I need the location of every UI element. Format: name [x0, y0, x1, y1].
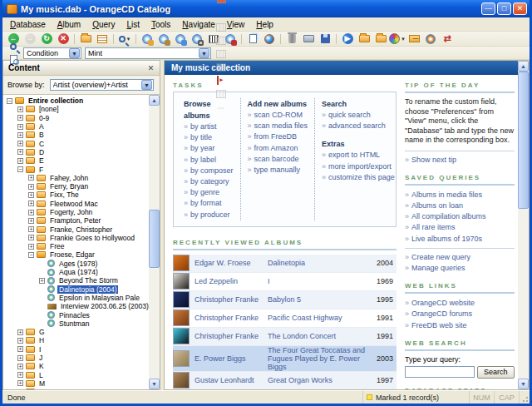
folder-contents-button[interactable]	[372, 32, 389, 46]
album-title-link[interactable]: Great Organ Works	[268, 376, 370, 384]
tree-expander-icon[interactable]: +	[17, 346, 23, 352]
menu-query[interactable]: Query	[86, 19, 121, 30]
tree-item[interactable]: +C	[5, 139, 149, 147]
track-list-button[interactable]	[94, 32, 111, 46]
task-link-by-artist[interactable]: »by artist	[184, 121, 234, 132]
task-link-scan-barcode[interactable]: »scan barcode	[248, 154, 308, 165]
album-title-link[interactable]: I	[268, 277, 370, 285]
main-scroll-up-icon[interactable]: ▲	[518, 61, 529, 72]
orangecd-button[interactable]	[422, 32, 439, 46]
tree-item[interactable]: +Ferry, Bryan	[5, 182, 149, 191]
album-row[interactable]: Christopher FrankeThe London Concert1991	[173, 328, 397, 346]
tree-expander-icon[interactable]: +	[17, 158, 23, 164]
tree-expander-icon[interactable]: +	[17, 329, 23, 335]
filter-field-combobox[interactable]: Condition ▼	[23, 47, 81, 59]
tree-item[interactable]: +Free	[5, 242, 149, 250]
tree-scroll-up-icon[interactable]: ▲	[149, 95, 160, 106]
album-title-link[interactable]: The London Concert	[268, 332, 370, 340]
task-link-more-import-export[interactable]: »more import/export	[322, 161, 395, 172]
tree-item[interactable]: Aqua (1974)	[5, 268, 149, 276]
web-link-orangecd-forums[interactable]: »OrangeCD forums	[405, 309, 515, 319]
menu-list[interactable]: List	[121, 19, 145, 30]
tree-expander-icon[interactable]: +	[28, 226, 34, 232]
resize-grip[interactable]	[520, 391, 530, 404]
tree-expander-icon[interactable]: +	[17, 380, 23, 386]
play-button[interactable]: ▶	[339, 32, 356, 46]
saved-query-live-albums-of-1970s[interactable]: »Live albums of 1970s	[405, 234, 515, 245]
album-title-link[interactable]: The Four Great Toccatas and Fugues Playe…	[268, 346, 370, 371]
main-scroll-track[interactable]	[518, 72, 529, 379]
sort-order-button[interactable]	[213, 0, 229, 6]
tree-item[interactable]: +Fogerty, John	[5, 208, 149, 216]
album-artist-link[interactable]: Christopher Franke	[195, 295, 268, 304]
mark-record-button[interactable]	[213, 74, 229, 87]
stop-button[interactable]: ✕	[55, 32, 71, 46]
tree-expander-icon[interactable]: +	[28, 244, 34, 250]
tree-item[interactable]: +G	[5, 328, 149, 336]
tree-expander-icon[interactable]: +	[28, 235, 34, 240]
menu-help[interactable]: Help	[250, 19, 279, 30]
task-link-by-composer[interactable]: »by composer	[184, 166, 234, 176]
tree-scrollbar[interactable]: ▲ ▼	[149, 95, 160, 389]
tree-item[interactable]: +Beyond The Storm	[5, 276, 149, 285]
task-link-customize-this-page[interactable]: »customize this page	[322, 172, 395, 183]
task-link-from-freedb[interactable]: »from FreeDB	[248, 131, 308, 142]
task-link-quick-search[interactable]: »quick search	[322, 110, 395, 121]
tree-item[interactable]: +M	[5, 379, 149, 388]
tree-expander-icon[interactable]: +	[28, 175, 34, 181]
album-artist-link[interactable]: Christopher Franke	[195, 332, 268, 340]
tree-expander-icon[interactable]: +	[28, 184, 34, 190]
task-link-type-manually[interactable]: »type manually	[248, 165, 308, 176]
tree-scroll-down-icon[interactable]: ▼	[149, 379, 160, 389]
task-link-scan-cd-rom[interactable]: »scan CD-ROM	[248, 110, 308, 121]
task-link-export-to-html[interactable]: »export to HTML	[322, 150, 395, 161]
tree-expander-icon[interactable]: +	[17, 106, 23, 112]
menu-album[interactable]: Album	[52, 19, 86, 30]
album-artist-link[interactable]: Led Zeppelin	[195, 277, 268, 285]
tree-expander-icon[interactable]: +	[17, 115, 23, 121]
tree-item[interactable]: +Fleetwood Mac	[5, 200, 149, 208]
album-row[interactable]: Led ZeppelinI1969	[173, 273, 397, 291]
backup-button[interactable]	[406, 32, 422, 46]
tree-expander-icon[interactable]: +	[28, 201, 34, 206]
tree-expander-icon[interactable]: −	[28, 252, 34, 258]
show-next-tip-link[interactable]: »Show next tip	[405, 155, 515, 166]
tree-expander-icon[interactable]: +	[17, 141, 23, 146]
tree-item[interactable]: +D	[5, 148, 149, 156]
album-title-link[interactable]: Babylon 5	[268, 295, 370, 304]
task-link-scan-media-files[interactable]: »scan media files	[248, 121, 308, 131]
tree-item[interactable]: +Fixx, The	[5, 191, 149, 199]
task-link-by-genre[interactable]: »by genre	[184, 187, 234, 198]
tree-item[interactable]: Ages (1978)	[5, 260, 149, 268]
main-scroll-thumb[interactable]	[518, 72, 529, 209]
tree-item[interactable]: +L	[5, 371, 149, 379]
web-search-button[interactable]: Search	[477, 366, 515, 379]
tree-item[interactable]: +Frampton, Peter	[5, 216, 149, 225]
task-link-from-amazon[interactable]: »from Amazon	[248, 143, 308, 154]
filter-field-dropdown-icon[interactable]: ▼	[69, 48, 80, 58]
tree-expander-icon[interactable]: −	[7, 98, 12, 104]
album-artist-link[interactable]: Gustav Leonhardt	[195, 376, 268, 384]
task-link-advanced-search[interactable]: »advanced search	[322, 121, 395, 131]
saved-query-all-compilation-albums[interactable]: »All compilation albums	[405, 211, 515, 222]
tree-item[interactable]: Epsilon in Malaysian Pale	[5, 294, 149, 302]
filter-value-dropdown-icon[interactable]: ▼	[199, 48, 209, 58]
search-button[interactable]: ▼	[116, 32, 133, 46]
web-link-freedb-web-site[interactable]: »FreeDB web site	[405, 320, 515, 331]
tree-expander-icon[interactable]: +	[39, 278, 45, 284]
task-link-by-year[interactable]: »by year	[184, 143, 234, 154]
print-button[interactable]	[300, 32, 317, 46]
tree-expander-icon[interactable]: +	[17, 364, 23, 369]
minimize-button[interactable]: —	[481, 2, 495, 15]
main-scroll-down-icon[interactable]: ▼	[518, 379, 529, 389]
album-title-link[interactable]: Dalinetopia	[268, 259, 370, 267]
query-action-manage-queries[interactable]: »Manage queries	[405, 263, 515, 274]
open-folder-button[interactable]	[356, 32, 372, 46]
saved-query-albums-in-media-files[interactable]: »Albums in media files	[405, 190, 515, 201]
query-action-create-new-query[interactable]: »Create new query	[405, 252, 515, 263]
maximize-button[interactable]: □	[497, 2, 511, 15]
scan-cdrom-button[interactable]	[139, 32, 155, 46]
task-link-by-format[interactable]: »by format	[184, 198, 234, 209]
menu-tools[interactable]: Tools	[145, 19, 176, 30]
tree-item[interactable]: +Frankie Goes to Hollywood	[5, 234, 149, 242]
